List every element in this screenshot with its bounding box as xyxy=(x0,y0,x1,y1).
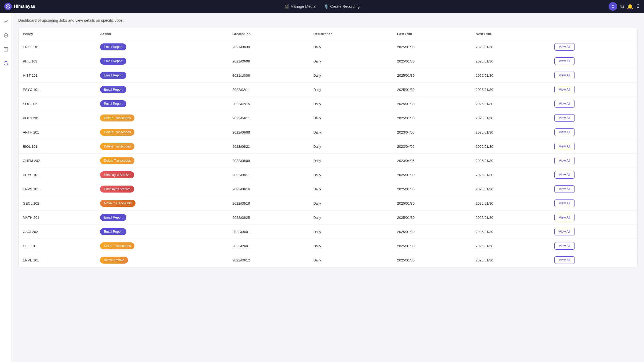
grid-menu-icon[interactable]: ⠿ xyxy=(636,3,640,9)
view-all-button[interactable]: View All xyxy=(554,57,575,65)
col-created-on: Created on xyxy=(228,28,309,40)
top-navigation: Himalayas 🎬 Manage Media 🎙️ Create Recor… xyxy=(0,0,644,13)
view-all-button[interactable]: View All xyxy=(554,256,575,264)
cell-next-run: 2025/01/30 xyxy=(471,54,550,68)
action-button[interactable]: Delete Transcodes xyxy=(100,157,134,164)
cell-view-all: View All xyxy=(550,196,637,210)
create-recording-nav[interactable]: 🎙️ Create Recording xyxy=(324,4,360,9)
view-all-button[interactable]: View All xyxy=(554,114,575,122)
cell-recurrence: Daily xyxy=(309,253,393,267)
cell-next-run: 2025/01/30 xyxy=(471,182,550,196)
cell-action: Email Report xyxy=(96,40,228,54)
view-all-button[interactable]: View All xyxy=(554,171,575,179)
cell-created-on: 2022/09/12 xyxy=(228,253,309,267)
sidebar-analytics-icon[interactable] xyxy=(2,17,10,26)
cell-view-all: View All xyxy=(550,40,637,54)
cell-policy: PSYC 101 xyxy=(19,83,96,97)
action-button[interactable]: Email Report xyxy=(100,214,126,221)
view-all-button[interactable]: View All xyxy=(554,86,575,93)
view-all-button[interactable]: View All xyxy=(554,143,575,150)
cell-next-run: 2025/01/30 xyxy=(471,83,550,97)
action-button[interactable]: Email Report xyxy=(100,72,126,79)
cell-policy: PHYS 101 xyxy=(19,168,96,182)
app-logo[interactable]: Himalayas xyxy=(4,3,35,10)
cell-view-all: View All xyxy=(550,54,637,68)
cell-last-run: 2025/01/30 xyxy=(393,210,471,225)
cell-last-run: 2025/01/30 xyxy=(393,40,471,54)
cell-next-run: 2025/01/30 xyxy=(471,253,550,267)
action-button[interactable]: Active Archive xyxy=(100,257,128,264)
view-all-button[interactable]: View All xyxy=(554,242,575,250)
table-row: PSYC 101 Email Report 2022/02/11 Daily 2… xyxy=(19,83,637,97)
view-all-button[interactable]: View All xyxy=(554,200,575,207)
cell-policy: BIOL 101 xyxy=(19,139,96,154)
table-row: CHEM 202 Delete Transcodes 2022/08/09 Da… xyxy=(19,154,637,168)
action-button[interactable]: Himalayas Archive xyxy=(100,171,134,178)
cell-next-run: 2025/01/30 xyxy=(471,139,550,154)
cell-next-run: 2025/01/30 xyxy=(471,196,550,210)
cell-view-all: View All xyxy=(550,239,637,253)
manage-media-nav[interactable]: 🎬 Manage Media xyxy=(284,4,316,9)
action-button[interactable]: Himalayas Archive xyxy=(100,186,134,193)
cell-recurrence: Daily xyxy=(309,196,393,210)
sidebar xyxy=(0,13,12,362)
action-button[interactable]: Email Report xyxy=(100,43,126,50)
manage-media-icon: 🎬 xyxy=(284,4,289,9)
cell-view-all: View All xyxy=(550,253,637,267)
cell-action: Delete Transcodes xyxy=(96,139,228,154)
jobs-table-container: Policy Action Created on Recurrence Last… xyxy=(18,28,638,267)
sidebar-reports-icon[interactable] xyxy=(2,45,10,54)
notifications-icon[interactable]: 🔔 xyxy=(627,3,633,9)
cell-recurrence: Daily xyxy=(309,125,393,139)
cell-created-on: 2022/09/01 xyxy=(228,225,309,239)
table-row: PHYS 101 Himalayas Archive 2022/08/11 Da… xyxy=(19,168,637,182)
table-row: ENVE 101 Active Archive 2022/09/12 Daily… xyxy=(19,253,637,267)
view-all-button[interactable]: View All xyxy=(554,72,575,79)
app-name: Himalayas xyxy=(14,4,35,9)
external-link-icon[interactable]: ⧉ xyxy=(620,4,624,9)
cell-policy: SOC 202 xyxy=(19,97,96,111)
cell-policy: ENVS 101 xyxy=(19,182,96,196)
cell-created-on: 2021/09/09 xyxy=(228,54,309,68)
cell-recurrence: Daily xyxy=(309,97,393,111)
user-avatar[interactable]: C xyxy=(609,2,617,11)
cell-last-run: 2025/01/30 xyxy=(393,97,471,111)
action-button[interactable]: Move to Recyle Bin xyxy=(100,200,135,207)
view-all-button[interactable]: View All xyxy=(554,185,575,193)
action-button[interactable]: Delete Transcodes xyxy=(100,114,134,121)
cell-policy: HIST 201 xyxy=(19,68,96,83)
action-button[interactable]: Email Report xyxy=(100,228,126,235)
sidebar-explore-icon[interactable] xyxy=(2,31,10,40)
view-all-button[interactable]: View All xyxy=(554,157,575,164)
cell-created-on: 2021/10/06 xyxy=(228,68,309,83)
action-button[interactable]: Delete Transcodes xyxy=(100,129,134,136)
cell-next-run: 2025/01/30 xyxy=(471,154,550,168)
action-button[interactable]: Delete Transcodes xyxy=(100,143,134,150)
cell-policy: ENGL 101 xyxy=(19,40,96,54)
view-all-button[interactable]: View All xyxy=(554,228,575,235)
cell-action: Email Report xyxy=(96,68,228,83)
view-all-button[interactable]: View All xyxy=(554,43,575,51)
cell-view-all: View All xyxy=(550,97,637,111)
table-row: PHIL 103 Email Report 2021/09/09 Daily 2… xyxy=(19,54,637,68)
view-all-button[interactable]: View All xyxy=(554,100,575,108)
action-button[interactable]: Email Report xyxy=(100,86,126,93)
action-button[interactable]: Delete Transcodes xyxy=(100,242,134,249)
cell-last-run: 2025/01/30 xyxy=(393,253,471,267)
view-all-button[interactable]: View All xyxy=(554,214,575,221)
table-body: ENGL 101 Email Report 2021/08/30 Daily 2… xyxy=(19,40,637,267)
cell-next-run: 2025/01/30 xyxy=(471,210,550,225)
table-row: SOC 202 Email Report 2022/02/15 Daily 20… xyxy=(19,97,637,111)
cell-recurrence: Daily xyxy=(309,182,393,196)
sidebar-refresh-icon[interactable] xyxy=(2,59,10,68)
create-recording-label: Create Recording xyxy=(330,4,360,9)
cell-policy: CEE 101 xyxy=(19,239,96,253)
action-button[interactable]: Email Report xyxy=(100,58,126,65)
cell-action: Delete Transcodes xyxy=(96,154,228,168)
cell-action: Delete Transcodes xyxy=(96,239,228,253)
cell-action: Email Report xyxy=(96,225,228,239)
action-button[interactable]: Email Report xyxy=(100,100,126,107)
logo-icon xyxy=(4,3,12,10)
cell-created-on: 2022/09/01 xyxy=(228,239,309,253)
view-all-button[interactable]: View All xyxy=(554,128,575,136)
